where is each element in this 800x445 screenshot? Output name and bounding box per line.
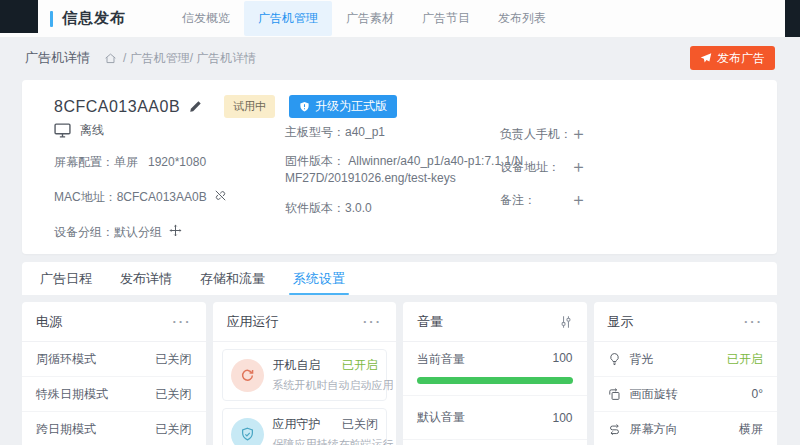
device-contact-column: 负责人手机： ＋ 设备地址： ＋ 备注： ＋ <box>500 126 680 225</box>
upgrade-button-label: 升级为正式版 <box>315 98 387 115</box>
nav-tab-programs[interactable]: 广告节目 <box>408 1 484 36</box>
nav-tab-materials[interactable]: 广告素材 <box>332 1 408 36</box>
settings-cards-row: 电源 ··· 周循环模式 已关闭 特殊日期模式 已关闭 跨日期模式 已关闭 应用… <box>22 302 777 445</box>
app-brand: 信息发布 <box>50 9 126 28</box>
owner-phone-row: 负责人手机： ＋ <box>500 126 680 142</box>
tab-ad-schedule[interactable]: 广告日程 <box>26 262 106 295</box>
volume-slider[interactable] <box>417 377 573 384</box>
device-version-column: 主板型号： a40_p1 固件版本： Allwinner/a40_p1/a40-… <box>285 124 530 229</box>
screen-config-label: 屏幕配置： <box>54 154 114 170</box>
auto-start-text: 开机自启 已开启 系统开机时自动启动应用 <box>273 357 379 393</box>
app-guard-text: 应用守护 已关闭 保障应用持续在前端运行 <box>273 416 379 445</box>
app-guard-title: 应用守护 <box>273 416 321 433</box>
backlight-label: 背光 <box>630 351 654 368</box>
rotation-row[interactable]: 画面旋转 0° <box>594 377 778 412</box>
monitor-icon <box>54 123 71 138</box>
bulb-icon <box>608 352 621 366</box>
power-card: 电源 ··· 周循环模式 已关闭 特殊日期模式 已关闭 跨日期模式 已关闭 <box>22 302 206 445</box>
orientation-row[interactable]: 屏幕方向 横屏 <box>594 412 778 445</box>
app-title: 信息发布 <box>62 9 126 28</box>
add-remark-button[interactable]: ＋ <box>570 193 587 207</box>
app-run-card: 应用运行 ··· 开机自启 已开启 系统开机时自动启动应用 <box>213 302 397 445</box>
auto-start-title: 开机自启 <box>273 357 321 374</box>
orientation-value: 横屏 <box>739 421 763 438</box>
special-date-mode-label: 特殊日期模式 <box>36 386 108 403</box>
home-icon[interactable] <box>104 52 117 65</box>
publish-ad-label: 发布广告 <box>717 50 765 67</box>
page-title: 广告机详情 <box>25 49 90 67</box>
weekly-loop-mode-row[interactable]: 周循环模式 已关闭 <box>22 342 206 377</box>
group-label: 设备分组： <box>54 224 114 240</box>
remark-row: 备注： ＋ <box>500 192 680 208</box>
device-address-row: 设备地址： ＋ <box>500 159 680 175</box>
cross-date-mode-row[interactable]: 跨日期模式 已关闭 <box>22 412 206 445</box>
default-volume-row[interactable]: 默认音量 100 <box>403 396 587 440</box>
add-phone-button[interactable]: ＋ <box>570 127 587 141</box>
volume-card: 音量 当前音量 100 默认音量 100 音量计划 已关闭 <box>403 302 587 445</box>
nav-tab-publish-list[interactable]: 发布列表 <box>484 1 560 36</box>
backlight-status: 已开启 <box>727 351 763 368</box>
mac-value: 8CFCA013AA0B <box>117 189 207 205</box>
breadcrumb: 广告机详情 / 广告机管理/ 广告机详情 <box>25 49 256 67</box>
device-group-row: 设备分组： 默认分组 <box>54 224 269 240</box>
power-card-menu-icon[interactable]: ··· <box>173 318 192 326</box>
auto-start-desc: 系统开机时自动启动应用 <box>273 378 379 393</box>
rotate-icon <box>608 388 621 401</box>
current-volume-row[interactable]: 当前音量 100 <box>403 342 587 396</box>
nav-tab-overview[interactable]: 信发概览 <box>168 1 244 36</box>
board-label: 主板型号： <box>285 124 345 140</box>
screen-config-row: 屏幕配置： 单屏 1920*1080 <box>54 154 269 170</box>
tab-storage-traffic[interactable]: 存储和流量 <box>186 262 279 295</box>
volume-card-header: 音量 <box>403 302 587 342</box>
orientation-icon <box>608 423 621 436</box>
remark-label: 备注： <box>500 192 570 208</box>
move-group-icon[interactable] <box>169 224 182 237</box>
display-card-header: 显示 ··· <box>594 302 778 342</box>
trial-status-badge: 试用中 <box>224 95 275 118</box>
unbind-icon[interactable] <box>214 189 227 202</box>
address-label: 设备地址： <box>500 159 570 175</box>
nav-tab-device-manage[interactable]: 广告机管理 <box>244 1 332 36</box>
cross-date-mode-label: 跨日期模式 <box>36 421 96 438</box>
edit-device-name-icon[interactable] <box>189 100 202 113</box>
auto-start-icon <box>231 359 264 392</box>
special-date-mode-status: 已关闭 <box>156 386 192 403</box>
breadcrumb-row: 广告机详情 / 广告机管理/ 广告机详情 发布广告 <box>0 38 800 78</box>
add-address-button[interactable]: ＋ <box>570 160 587 174</box>
auto-start-item[interactable]: 开机自启 已开启 系统开机时自动启动应用 <box>222 349 388 401</box>
window-corner-left <box>0 0 38 33</box>
weekly-loop-mode-status: 已关闭 <box>156 351 192 368</box>
volume-sliders-icon[interactable] <box>559 315 573 329</box>
breadcrumb-path: / 广告机管理/ 广告机详情 <box>123 50 256 67</box>
tab-publish-detail[interactable]: 发布详情 <box>106 262 186 295</box>
rotation-label: 画面旋转 <box>630 386 678 403</box>
firmware-label: 固件版本： <box>285 154 345 168</box>
software-value: 3.0.0 <box>345 200 372 216</box>
app-guard-icon <box>231 418 264 445</box>
tab-system-settings[interactable]: 系统设置 <box>279 262 359 295</box>
mac-address-row: MAC地址： 8CFCA013AA0B <box>54 189 269 205</box>
detail-tab-bar: 广告日程 发布详情 存储和流量 系统设置 <box>22 262 777 295</box>
volume-plan-row[interactable]: 音量计划 已关闭 <box>403 440 587 445</box>
display-card-menu-icon[interactable]: ··· <box>744 318 763 326</box>
paper-plane-icon <box>700 52 712 64</box>
display-card: 显示 ··· 背光 已开启 画面旋转 0° 屏幕方向 <box>594 302 778 445</box>
current-volume-value: 100 <box>552 351 572 368</box>
page: 信息发布 信发概览 广告机管理 广告素材 广告节目 发布列表 广告机详情 / 广… <box>0 0 800 445</box>
upgrade-button[interactable]: 升级为正式版 <box>289 95 397 118</box>
app-guard-status: 已关闭 <box>342 416 378 433</box>
special-date-mode-row[interactable]: 特殊日期模式 已关闭 <box>22 377 206 412</box>
publish-ad-button[interactable]: 发布广告 <box>690 46 775 70</box>
top-nav-tabs: 信发概览 广告机管理 广告素材 广告节目 发布列表 <box>168 0 560 37</box>
group-value: 默认分组 <box>114 224 162 240</box>
cross-date-mode-status: 已关闭 <box>156 421 192 438</box>
app-run-card-menu-icon[interactable]: ··· <box>363 318 382 326</box>
current-volume-label: 当前音量 <box>417 351 465 368</box>
screen-mode: 单屏 <box>114 154 138 170</box>
device-info-card: 8CFCA013AA0B 试用中 升级为正式版 离线 屏幕配置： 单屏 1920… <box>22 80 777 254</box>
software-label: 软件版本： <box>285 200 345 216</box>
app-guard-item[interactable]: 应用守护 已关闭 保障应用持续在前端运行 <box>222 408 388 445</box>
device-title-row: 8CFCA013AA0B 试用中 升级为正式版 <box>54 95 397 118</box>
shield-icon <box>299 101 310 113</box>
backlight-row[interactable]: 背光 已开启 <box>594 342 778 377</box>
